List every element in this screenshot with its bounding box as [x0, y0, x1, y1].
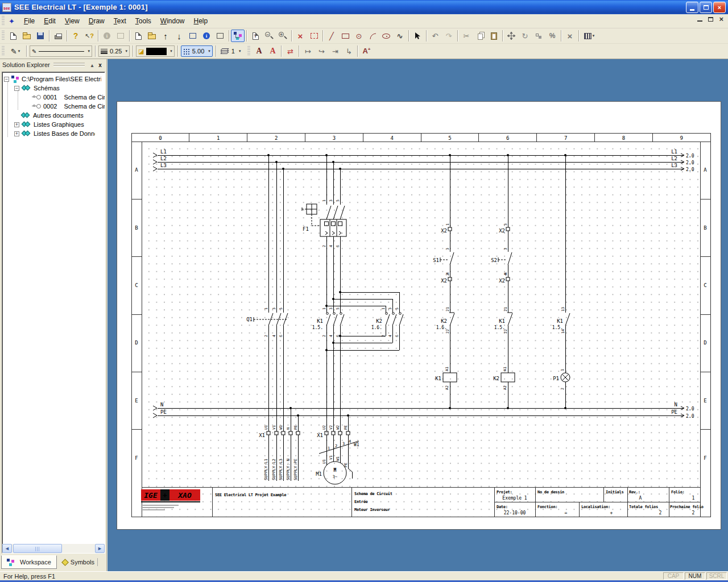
child-close-icon[interactable]: ×: [719, 16, 723, 22]
horizontal-scrollbar[interactable]: ◄ ►: [2, 544, 105, 553]
scroll-left-icon[interactable]: ◄: [2, 544, 12, 553]
text-page-button[interactable]: T: [249, 30, 262, 42]
delete-button[interactable]: ×: [563, 30, 577, 42]
rotate-button[interactable]: ↻: [518, 30, 532, 42]
previous-page-button[interactable]: ↑: [159, 30, 172, 42]
zoom-in-button[interactable]: +: [276, 30, 289, 42]
menu-tools[interactable]: Tools: [131, 15, 156, 27]
align-down-button[interactable]: ↳: [342, 45, 355, 57]
tree-item-page-0001[interactable]: 0001 Schema de Circuit: [32, 93, 105, 102]
tree-item-page-0002[interactable]: 0002 Schema de Circuit: [32, 102, 105, 111]
print-button[interactable]: [51, 30, 65, 42]
page-properties-button[interactable]: [186, 30, 200, 42]
navigator-button[interactable]: [231, 30, 245, 42]
zoom-out-button[interactable]: −: [262, 30, 276, 42]
context-help-button[interactable]: ↖?: [82, 30, 96, 42]
drawing-area[interactable]: 0 1 2 3 4 5 6 7 8 9 A B C D E F A B C D: [107, 59, 728, 571]
expand-icon[interactable]: +: [14, 131, 19, 136]
close-button[interactable]: ×: [713, 2, 726, 13]
line-type-combo[interactable]: ✎ ▾: [30, 45, 92, 57]
svg-text:D: D: [704, 340, 706, 346]
menu-draw[interactable]: Draw: [84, 15, 109, 27]
scale-button[interactable]: %: [545, 30, 559, 42]
align-left-button[interactable]: ↦: [301, 45, 315, 57]
panel-grip[interactable]: [53, 63, 85, 67]
open-button[interactable]: [20, 30, 34, 42]
svg-text:3: 3: [503, 248, 508, 250]
move-button[interactable]: [504, 30, 518, 42]
fill-color-combo[interactable]: ◪ ▾: [136, 45, 175, 57]
toolbar-grip[interactable]: [2, 31, 5, 41]
collapse-icon[interactable]: −: [4, 77, 9, 82]
copy-button[interactable]: [473, 30, 487, 42]
cut-button[interactable]: ✂: [460, 30, 473, 42]
tree-item-listes-graphiques[interactable]: + Listes Graphiques: [14, 120, 84, 129]
menu-view[interactable]: View: [60, 15, 84, 27]
expand-icon[interactable]: +: [14, 122, 19, 127]
text-a-red-icon: A: [270, 47, 275, 56]
layer-value: 1: [231, 48, 235, 55]
schematic-page[interactable]: 0 1 2 3 4 5 6 7 8 9 A B C D E F A B C D: [117, 101, 721, 530]
s1-label: S1: [433, 257, 439, 263]
menu-grip[interactable]: [2, 16, 5, 26]
select-zone-button[interactable]: [307, 30, 321, 42]
align-end-button[interactable]: ⇥: [328, 45, 342, 57]
new-button[interactable]: [6, 30, 20, 42]
columns-button[interactable]: ▾: [581, 30, 598, 42]
child-restore-icon[interactable]: [708, 17, 713, 22]
select-cursor-button[interactable]: [411, 30, 424, 42]
menu-help[interactable]: Help: [189, 15, 213, 27]
delete-element-button[interactable]: ×: [293, 30, 307, 42]
x2-terminal: [448, 277, 452, 281]
open-page-button[interactable]: [145, 30, 159, 42]
tab-symbols[interactable]: Symbols: [57, 555, 104, 569]
collapse-icon[interactable]: −: [14, 86, 19, 91]
line-weight-combo[interactable]: 0.25 ▾: [98, 45, 130, 57]
svg-text:4: 4: [503, 272, 508, 275]
page-list-button[interactable]: [213, 30, 227, 42]
scroll-right-icon[interactable]: ►: [95, 544, 105, 553]
line-icon: ╱: [329, 32, 334, 40]
minimize-button[interactable]: [686, 2, 698, 13]
menu-edit[interactable]: Edit: [39, 15, 60, 27]
menu-text[interactable]: Text: [109, 15, 131, 27]
toolbar-grip2[interactable]: [2, 46, 5, 56]
draw-circle-button[interactable]: ⊙: [352, 30, 366, 42]
undo-button[interactable]: ↶: [428, 30, 442, 42]
align-next-button[interactable]: ↪: [315, 45, 328, 57]
page-info-button[interactable]: i: [200, 30, 213, 42]
text-normal-button[interactable]: A: [252, 45, 266, 57]
tree-root[interactable]: − C:\Program Files\SEE Electrical: [4, 74, 101, 84]
text-red-button[interactable]: A: [266, 45, 279, 57]
draw-arc-button[interactable]: [366, 30, 379, 42]
menu-file[interactable]: File: [19, 15, 39, 27]
menu-window[interactable]: Window: [156, 15, 189, 27]
new-page-button[interactable]: [131, 30, 145, 42]
snap-button[interactable]: [532, 30, 545, 42]
swap-text-button[interactable]: ⇄: [283, 45, 297, 57]
layer-combo[interactable]: 1 ▾: [219, 45, 243, 57]
draw-curve-button[interactable]: ∿: [393, 30, 407, 42]
draw-ellipse-button[interactable]: [379, 30, 393, 42]
save-button[interactable]: [34, 30, 47, 42]
pin-icon[interactable]: ▴: [88, 62, 96, 68]
tree-item-schemas[interactable]: − Schémas: [14, 84, 60, 93]
add-text-button[interactable]: A+: [359, 45, 373, 57]
draw-rectangle-button[interactable]: [338, 30, 352, 42]
next-page-button[interactable]: ↓: [172, 30, 186, 42]
draw-line-button[interactable]: ╱: [325, 30, 338, 42]
scroll-thumb[interactable]: [13, 544, 62, 553]
panel-close-icon[interactable]: x: [96, 62, 104, 68]
schematic-svg[interactable]: 0 1 2 3 4 5 6 7 8 9 A B C D E F A B C D: [117, 102, 722, 530]
tree-item-autres[interactable]: Autres documents: [21, 111, 84, 120]
document-system-icon[interactable]: ✦: [9, 17, 15, 26]
restore-button[interactable]: [700, 2, 712, 13]
help-button[interactable]: ?: [69, 30, 82, 42]
svg-text:A1: A1: [503, 367, 507, 371]
child-minimize-icon[interactable]: [697, 16, 702, 22]
tab-workspace[interactable]: Workspace: [1, 555, 57, 569]
paste-button[interactable]: [487, 30, 500, 42]
tree-item-listes-bd[interactable]: + Listes Bases de Données: [14, 129, 95, 138]
grid-size-combo[interactable]: 5.00 ▾: [181, 45, 213, 57]
pen-style-button[interactable]: ✎▾: [6, 45, 24, 57]
